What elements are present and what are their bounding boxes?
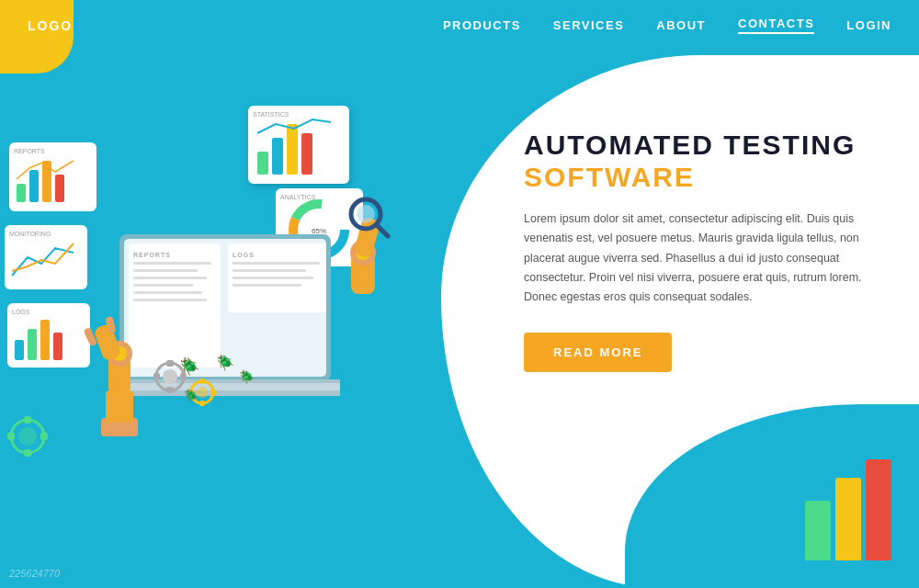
svg-text:65%: 65% bbox=[312, 227, 326, 235]
svg-rect-78 bbox=[7, 433, 15, 440]
svg-rect-33 bbox=[133, 284, 193, 287]
bar-3 bbox=[835, 478, 861, 560]
read-more-button[interactable]: READ MORE bbox=[524, 333, 672, 372]
svg-rect-70 bbox=[199, 401, 205, 406]
nav-contacts[interactable]: CONTACTS bbox=[738, 17, 814, 34]
svg-point-59 bbox=[357, 205, 375, 223]
svg-text:MONITORING: MONITORING bbox=[9, 231, 51, 237]
svg-text:ANALYTICS: ANALYTICS bbox=[280, 194, 316, 200]
nav-products[interactable]: PRODUCTS bbox=[443, 18, 521, 32]
hero-description: Lorem ipsum dolor sit amet, consectetur … bbox=[524, 209, 864, 307]
svg-rect-34 bbox=[133, 291, 202, 294]
svg-rect-76 bbox=[24, 449, 31, 457]
svg-rect-45 bbox=[106, 390, 133, 423]
svg-rect-38 bbox=[233, 262, 320, 265]
hero-title-line1: AUTOMATED TESTING bbox=[524, 129, 864, 162]
svg-rect-13 bbox=[17, 184, 26, 202]
logo: LOGO bbox=[28, 18, 73, 33]
svg-rect-22 bbox=[28, 329, 37, 360]
svg-rect-40 bbox=[233, 277, 313, 279]
text-section: AUTOMATED TESTING SOFTWARE Lorem ipsum d… bbox=[524, 129, 864, 372]
svg-rect-16 bbox=[55, 175, 64, 202]
nav-login[interactable]: LOGIN bbox=[846, 18, 891, 32]
svg-text:STATISTICS: STATISTICS bbox=[253, 111, 289, 118]
svg-text:REPORTS: REPORTS bbox=[133, 252, 171, 258]
svg-rect-71 bbox=[210, 390, 216, 395]
bottom-bar-chart bbox=[775, 459, 891, 560]
svg-rect-30 bbox=[133, 262, 211, 265]
svg-rect-64 bbox=[166, 387, 174, 393]
bar-4 bbox=[866, 459, 891, 560]
svg-rect-23 bbox=[40, 320, 50, 360]
svg-text:🪲: 🪲 bbox=[179, 356, 200, 377]
hero-title-line2: SOFTWARE bbox=[524, 162, 864, 193]
svg-rect-31 bbox=[133, 269, 198, 272]
svg-rect-77 bbox=[40, 433, 48, 440]
nav-services[interactable]: SERVICES bbox=[553, 18, 625, 32]
svg-rect-4 bbox=[301, 133, 312, 175]
illustration: STATISTICS 65% ANALYTICS REPORTS MONITOR… bbox=[0, 51, 515, 574]
svg-rect-63 bbox=[166, 360, 174, 367]
watermark: 225624770 bbox=[9, 568, 60, 579]
svg-text:LOGS: LOGS bbox=[12, 309, 30, 315]
svg-text:LOGS: LOGS bbox=[233, 252, 255, 258]
svg-text:🪲: 🪲 bbox=[216, 354, 234, 371]
svg-rect-53 bbox=[345, 289, 381, 322]
svg-rect-3 bbox=[287, 124, 298, 175]
svg-point-62 bbox=[163, 369, 177, 384]
svg-rect-14 bbox=[29, 170, 39, 202]
nav-links: PRODUCTS SERVICES ABOUT CONTACTS LOGIN bbox=[443, 17, 891, 34]
svg-text:🪲: 🪲 bbox=[239, 369, 255, 385]
svg-rect-32 bbox=[133, 277, 207, 279]
svg-rect-69 bbox=[199, 379, 205, 384]
svg-line-60 bbox=[377, 225, 388, 236]
svg-text:🪲: 🪲 bbox=[184, 388, 199, 403]
svg-rect-41 bbox=[233, 284, 301, 287]
svg-point-74 bbox=[18, 427, 37, 446]
svg-rect-15 bbox=[42, 161, 51, 202]
svg-rect-21 bbox=[15, 340, 24, 360]
svg-rect-35 bbox=[133, 299, 207, 301]
svg-rect-75 bbox=[24, 416, 31, 424]
bar-1 bbox=[775, 524, 800, 560]
svg-rect-24 bbox=[53, 333, 62, 360]
nav-about[interactable]: ABOUT bbox=[656, 18, 706, 32]
svg-rect-39 bbox=[233, 269, 306, 272]
svg-rect-66 bbox=[153, 373, 160, 380]
bar-2 bbox=[805, 501, 831, 560]
svg-text:REPORTS: REPORTS bbox=[14, 148, 45, 154]
navigation: LOGO PRODUCTS SERVICES ABOUT CONTACTS LO… bbox=[0, 0, 919, 51]
svg-rect-1 bbox=[257, 152, 268, 175]
svg-rect-2 bbox=[272, 138, 283, 175]
